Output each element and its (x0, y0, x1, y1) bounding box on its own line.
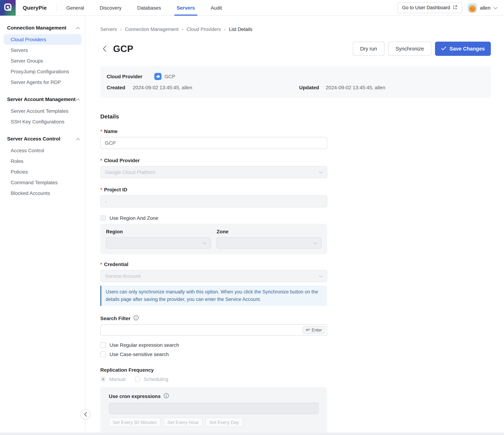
sidebar-item-server-account-templates[interactable]: Server Account Templates (4, 106, 81, 116)
check-icon (441, 46, 446, 52)
sidebar-item-roles[interactable]: Roles (4, 156, 81, 166)
header-divider (57, 4, 57, 12)
replication-manual-option[interactable]: Manual (100, 376, 126, 382)
sidebar-item-proxyjump-configurations[interactable]: ProxyJump Configurations (4, 66, 81, 77)
go-to-user-dashboard-button[interactable]: Go to User Dashboard (397, 2, 462, 13)
summary-provider-row: Cloud Provider GCP (107, 73, 485, 80)
summary-provider-value: GCP (164, 74, 175, 79)
use-region-zone-label: Use Region And Zone (109, 215, 158, 221)
sidebar-item-cloud-providers[interactable]: Cloud Providers (4, 34, 81, 45)
sidebar-header-server-account-management[interactable]: Server Account Management (0, 94, 85, 104)
use-region-zone-checkbox[interactable] (100, 215, 106, 221)
info-icon[interactable] (163, 393, 169, 399)
sidebar-header-connection-management[interactable]: Connection Management (0, 23, 85, 33)
dry-run-button[interactable]: Dry run (353, 42, 385, 56)
bottom-strip (0, 433, 504, 435)
sidebar-collapse-button[interactable] (80, 409, 90, 419)
enter-hint-badge: Enter (303, 326, 325, 334)
title-actions: Dry run Synchronize Save Changes (353, 42, 491, 56)
summary-created: Created 2024-09-02 13:45:45, allen (107, 85, 299, 90)
chevron-up-icon (76, 136, 80, 142)
sidebar-item-server-groups[interactable]: Server Groups (4, 55, 81, 66)
sidebar-section-server-access-control: Server Access Control Access Control Rol… (0, 134, 85, 199)
region-select (106, 237, 211, 249)
zone-label: Zone (217, 229, 322, 234)
use-region-zone-row: Use Region And Zone (100, 215, 327, 221)
save-changes-button[interactable]: Save Changes (435, 42, 491, 56)
save-changes-label: Save Changes (450, 46, 485, 52)
sidebar-item-ssh-key-configurations[interactable]: SSH Key Configurations (4, 116, 81, 127)
synchronize-button[interactable]: Synchronize (388, 42, 432, 56)
cloud-provider-select-value: Google Cloud Platform (105, 169, 155, 175)
case-sensitive-row: Use Case-sensitive search (100, 351, 327, 357)
project-id-label-text: Project ID (104, 187, 127, 192)
required-asterisk: * (100, 158, 102, 163)
chevron-down-icon (313, 240, 317, 246)
cron-expression-input (109, 403, 319, 414)
page-title: GCP (113, 43, 133, 54)
sidebar-item-policies[interactable]: Policies (4, 166, 81, 177)
nav-databases[interactable]: Databases (137, 0, 161, 16)
back-button[interactable] (100, 44, 109, 53)
enter-hint-label: Enter (312, 327, 322, 333)
chevron-down-icon (202, 240, 207, 246)
credential-note: Users can only synchronize manually with… (100, 286, 327, 306)
credential-label-text: Credential (104, 262, 128, 267)
search-filter-label: Search Filter (100, 316, 131, 321)
summary-card: Cloud Provider GCP Created 2024-09-02 13… (100, 66, 491, 98)
chevron-up-icon (76, 25, 80, 31)
case-sensitive-checkbox[interactable] (100, 351, 106, 357)
summary-provider-chip: GCP (154, 73, 175, 80)
name-label: * Name (100, 128, 327, 134)
replication-scheduling-option[interactable]: Scheduling (135, 376, 168, 382)
regex-search-checkbox[interactable] (100, 342, 106, 348)
user-chevron-down-icon (493, 4, 498, 11)
main-content: Servers › Connection Management › Cloud … (85, 16, 504, 433)
breadcrumb-servers[interactable]: Servers (100, 27, 117, 32)
cloud-provider-label-text: Cloud Provider (104, 158, 140, 163)
cron-label: Use cron expressions (109, 393, 161, 399)
return-key-icon (306, 327, 310, 333)
sidebar-section-connection-management: Connection Management Cloud Providers Se… (0, 23, 85, 88)
sidebar-header-server-access-control[interactable]: Server Access Control (0, 134, 85, 144)
breadcrumb-separator: › (120, 26, 122, 32)
breadcrumb-cloud-providers[interactable]: Cloud Providers (187, 27, 221, 32)
search-filter-input[interactable] (100, 324, 327, 336)
breadcrumb-list-details: List Details (229, 27, 252, 32)
sidebar-item-command-templates[interactable]: Command Templates (4, 177, 81, 188)
sidebar: Connection Management Cloud Providers Se… (0, 16, 85, 433)
sidebar-item-blocked-accounts[interactable]: Blocked Accounts (4, 188, 81, 199)
avatar (468, 3, 477, 12)
sidebar-item-server-agents-for-rdp[interactable]: Server Agents for RDP (4, 77, 81, 88)
name-input[interactable] (100, 137, 327, 149)
nav-audit[interactable]: Audit (211, 0, 222, 16)
querypie-logo[interactable] (0, 0, 16, 16)
replication-frequency-label: Replication Frequency (100, 367, 327, 373)
sidebar-item-access-control[interactable]: Access Control (4, 145, 81, 156)
regex-search-row: Use Regular expression search (100, 342, 327, 348)
sidebar-item-servers[interactable]: Servers (4, 45, 81, 55)
username: allen (480, 5, 490, 10)
required-asterisk: * (100, 262, 102, 267)
zone-column: Zone (217, 229, 322, 249)
regex-search-label: Use Regular expression search (109, 342, 179, 348)
nav-discovery[interactable]: Discovery (100, 0, 122, 16)
cron-panel: Use cron expressions Set Every 30 Minute… (100, 387, 327, 433)
region-label: Region (106, 229, 211, 234)
set-every-day-button: Set Every Day (205, 417, 243, 427)
app-header: QueryPie General Discovery Databases Ser… (0, 0, 504, 16)
replication-manual-label: Manual (109, 376, 126, 382)
user-menu[interactable]: allen (468, 3, 498, 12)
breadcrumb-connection-management[interactable]: Connection Management (125, 27, 179, 32)
nav-general[interactable]: General (66, 0, 84, 16)
required-asterisk: * (100, 128, 102, 134)
case-sensitive-label: Use Case-sensitive search (109, 351, 169, 357)
summary-updated-label: Updated (299, 85, 319, 90)
replication-scheduling-label: Scheduling (144, 376, 168, 382)
title-row: GCP Dry run Synchronize Save Changes (100, 42, 491, 56)
radio-unselected-icon (135, 376, 141, 382)
nav-servers[interactable]: Servers (177, 0, 195, 16)
required-asterisk: * (100, 187, 102, 192)
chevron-up-icon (76, 96, 80, 102)
info-icon[interactable] (133, 315, 139, 322)
